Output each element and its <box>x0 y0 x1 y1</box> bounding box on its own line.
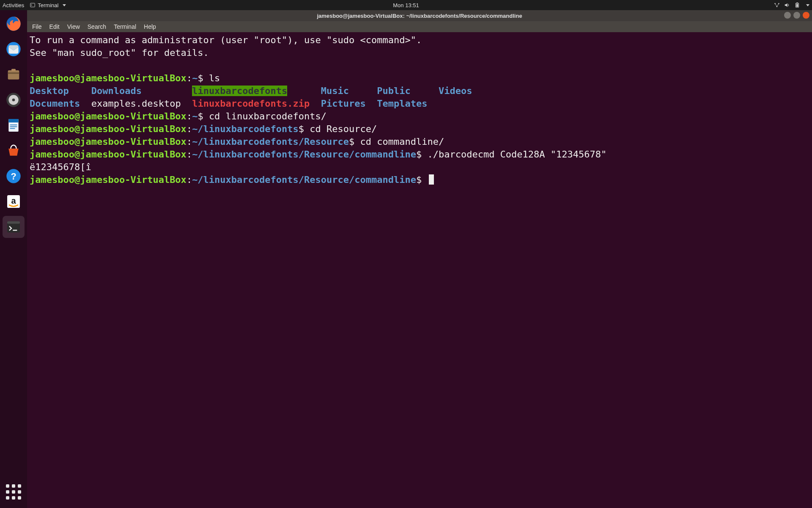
dock-item-help[interactable]: ? <box>3 165 25 187</box>
prompt-user: jamesboo@jamesboo-VirtualBox <box>30 73 187 83</box>
clock[interactable]: Mon 13:51 <box>393 2 419 8</box>
prompt-user: jamesboo@jamesboo-VirtualBox <box>30 124 187 134</box>
menu-search[interactable]: Search <box>88 23 106 30</box>
prompt-user: jamesboo@jamesboo-VirtualBox <box>30 136 187 147</box>
terminal-icon <box>5 218 22 235</box>
prompt-colon: : <box>187 111 192 121</box>
prompt-path: ~ <box>192 73 198 83</box>
ls-entry: Pictures <box>321 98 366 109</box>
svg-rect-17 <box>10 124 17 125</box>
term-output: ë12345678[î <box>30 162 91 172</box>
svg-point-14 <box>12 99 15 102</box>
window-controls <box>784 12 809 19</box>
terminal-body[interactable]: To run a command as administrator (user … <box>27 32 812 508</box>
prompt-dollar: $ <box>416 149 428 160</box>
term-cmd: ./barcodecmd Code128A "12345678" <box>427 149 606 160</box>
dock-item-rhythmbox[interactable] <box>3 89 25 111</box>
ls-entry: examples.desktop <box>91 98 181 109</box>
ls-entry: Desktop <box>30 86 69 96</box>
window-titlebar[interactable]: jamesboo@jamesboo-VirtualBox: ~/linuxbar… <box>27 10 812 21</box>
prompt-colon: : <box>187 73 192 83</box>
prompt-user: jamesboo@jamesboo-VirtualBox <box>30 149 187 160</box>
term-cmd: cd commandline/ <box>360 136 444 147</box>
prompt-path: ~/linuxbarcodefonts/Resource/commandline <box>192 174 416 185</box>
prompt-dollar: $ <box>416 174 428 185</box>
terminal-icon <box>30 3 35 8</box>
svg-rect-18 <box>10 127 17 127</box>
menu-file[interactable]: File <box>32 23 42 30</box>
prompt-user: jamesboo@jamesboo-VirtualBox <box>30 111 187 121</box>
svg-rect-11 <box>11 69 16 71</box>
activities-button[interactable]: Activities <box>3 2 24 8</box>
prompt-colon: : <box>187 136 192 147</box>
apps-grid-button[interactable] <box>5 483 22 500</box>
amazon-icon: a <box>5 193 22 210</box>
system-tray[interactable] <box>774 2 809 8</box>
svg-rect-19 <box>10 128 15 129</box>
prompt-path: ~/linuxbarcodefonts <box>192 124 299 134</box>
svg-rect-26 <box>13 230 17 231</box>
term-cmd: cd Resource/ <box>310 124 377 134</box>
ls-entry: Public <box>377 86 410 96</box>
prompt-colon: : <box>187 149 192 160</box>
files-icon <box>5 66 22 83</box>
ls-entry: Music <box>321 86 349 96</box>
dock-item-firefox[interactable] <box>3 13 25 35</box>
window-close-button[interactable] <box>803 12 809 19</box>
prompt-path: ~/linuxbarcodefonts/Resource <box>192 136 349 147</box>
ls-entry: Videos <box>439 86 472 96</box>
ls-entry: Downloads <box>91 86 142 96</box>
help-icon: ? <box>5 168 22 185</box>
dock-item-software[interactable] <box>3 140 25 162</box>
term-cmd: cd linuxbarcodefonts/ <box>209 111 326 121</box>
prompt-dollar: $ <box>299 124 310 134</box>
ls-entry-selected: linuxbarcodefonts <box>192 86 287 96</box>
thunderbird-icon <box>5 41 22 58</box>
software-icon <box>5 142 22 159</box>
svg-text:?: ? <box>11 171 16 182</box>
rhythmbox-icon <box>5 91 22 108</box>
svg-rect-10 <box>8 72 19 74</box>
menu-help[interactable]: Help <box>144 23 156 30</box>
firefox-icon <box>5 15 22 32</box>
app-indicator[interactable]: Terminal <box>30 2 66 8</box>
prompt-dollar: $ <box>198 73 209 83</box>
battery-icon <box>794 2 800 8</box>
ls-entry: Documents <box>30 98 80 109</box>
menu-edit[interactable]: Edit <box>49 23 60 30</box>
svg-text:a: a <box>11 196 16 205</box>
term-line: To run a command as administrator (user … <box>30 35 422 45</box>
prompt-dollar: $ <box>198 111 209 121</box>
svg-rect-9 <box>8 70 19 80</box>
svg-rect-5 <box>796 3 798 3</box>
menu-terminal[interactable]: Terminal <box>114 23 136 30</box>
dock-item-files[interactable] <box>3 64 25 86</box>
dock-item-terminal[interactable] <box>3 216 25 238</box>
dock: ? a <box>0 10 27 508</box>
menubar: File Edit View Search Terminal Help <box>27 21 812 32</box>
dock-item-writer[interactable] <box>3 114 25 136</box>
chevron-down-icon <box>63 4 66 6</box>
window-minimize-button[interactable] <box>784 12 791 19</box>
dock-item-thunderbird[interactable] <box>3 38 25 60</box>
terminal-window: jamesboo@jamesboo-VirtualBox: ~/linuxbar… <box>27 10 812 508</box>
prompt-colon: : <box>187 124 192 134</box>
prompt-path: ~ <box>192 111 198 121</box>
window-maximize-button[interactable] <box>793 12 800 19</box>
svg-rect-25 <box>7 221 20 224</box>
menu-view[interactable]: View <box>67 23 80 30</box>
volume-icon <box>784 2 790 8</box>
ls-entry: linuxbarcodefonts.zip <box>192 98 310 109</box>
app-indicator-label: Terminal <box>38 2 58 8</box>
term-line: See "man sudo_root" for details. <box>30 47 209 58</box>
svg-rect-0 <box>30 3 35 7</box>
svg-rect-6 <box>796 4 798 7</box>
ls-entry: Templates <box>377 98 427 109</box>
prompt-path: ~/linuxbarcodefonts/Resource/commandline <box>192 149 416 160</box>
term-cmd: ls <box>209 73 220 83</box>
dock-item-amazon[interactable]: a <box>3 190 25 213</box>
prompt-colon: : <box>187 174 192 185</box>
chevron-down-icon <box>806 4 809 6</box>
prompt-user: jamesboo@jamesboo-VirtualBox <box>30 174 187 185</box>
network-icon <box>774 2 780 8</box>
